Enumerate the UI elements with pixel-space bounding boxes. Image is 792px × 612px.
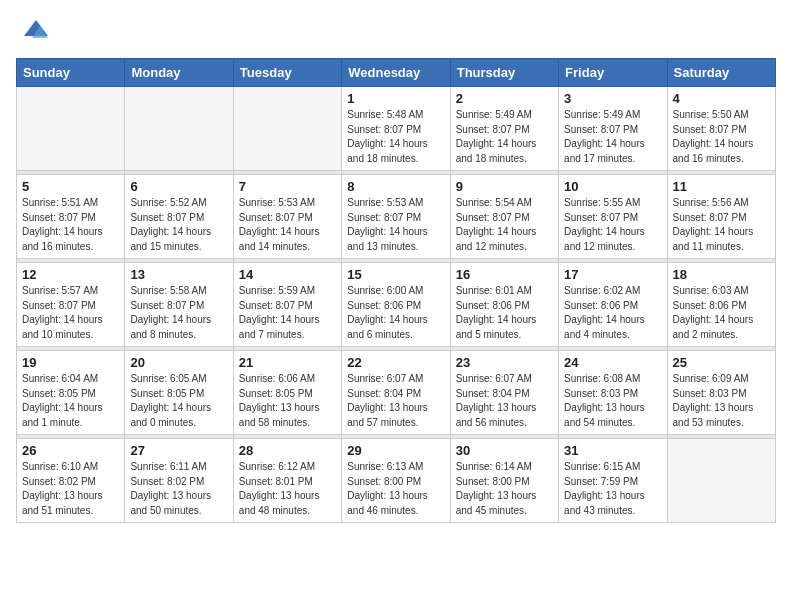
day-number: 11 bbox=[673, 179, 770, 194]
day-number: 21 bbox=[239, 355, 336, 370]
day-info: Sunrise: 6:05 AM Sunset: 8:05 PM Dayligh… bbox=[130, 372, 227, 430]
day-info: Sunrise: 5:57 AM Sunset: 8:07 PM Dayligh… bbox=[22, 284, 119, 342]
day-info: Sunrise: 5:51 AM Sunset: 8:07 PM Dayligh… bbox=[22, 196, 119, 254]
calendar-cell: 11Sunrise: 5:56 AM Sunset: 8:07 PM Dayli… bbox=[667, 175, 775, 259]
calendar-cell: 29Sunrise: 6:13 AM Sunset: 8:00 PM Dayli… bbox=[342, 439, 450, 523]
day-number: 12 bbox=[22, 267, 119, 282]
calendar-cell: 21Sunrise: 6:06 AM Sunset: 8:05 PM Dayli… bbox=[233, 351, 341, 435]
calendar-cell: 9Sunrise: 5:54 AM Sunset: 8:07 PM Daylig… bbox=[450, 175, 558, 259]
calendar-cell: 25Sunrise: 6:09 AM Sunset: 8:03 PM Dayli… bbox=[667, 351, 775, 435]
page: SundayMondayTuesdayWednesdayThursdayFrid… bbox=[0, 0, 792, 535]
day-of-week-header: Monday bbox=[125, 59, 233, 87]
calendar-cell: 15Sunrise: 6:00 AM Sunset: 8:06 PM Dayli… bbox=[342, 263, 450, 347]
day-number: 27 bbox=[130, 443, 227, 458]
calendar-cell: 16Sunrise: 6:01 AM Sunset: 8:06 PM Dayli… bbox=[450, 263, 558, 347]
day-info: Sunrise: 6:12 AM Sunset: 8:01 PM Dayligh… bbox=[239, 460, 336, 518]
calendar-cell: 20Sunrise: 6:05 AM Sunset: 8:05 PM Dayli… bbox=[125, 351, 233, 435]
calendar-cell: 17Sunrise: 6:02 AM Sunset: 8:06 PM Dayli… bbox=[559, 263, 667, 347]
calendar-week-row: 1Sunrise: 5:48 AM Sunset: 8:07 PM Daylig… bbox=[17, 87, 776, 171]
logo bbox=[16, 16, 52, 48]
calendar-cell: 2Sunrise: 5:49 AM Sunset: 8:07 PM Daylig… bbox=[450, 87, 558, 171]
day-number: 17 bbox=[564, 267, 661, 282]
day-info: Sunrise: 6:08 AM Sunset: 8:03 PM Dayligh… bbox=[564, 372, 661, 430]
day-number: 9 bbox=[456, 179, 553, 194]
calendar-cell: 5Sunrise: 5:51 AM Sunset: 8:07 PM Daylig… bbox=[17, 175, 125, 259]
calendar-cell bbox=[233, 87, 341, 171]
day-info: Sunrise: 6:00 AM Sunset: 8:06 PM Dayligh… bbox=[347, 284, 444, 342]
day-info: Sunrise: 5:54 AM Sunset: 8:07 PM Dayligh… bbox=[456, 196, 553, 254]
day-info: Sunrise: 6:15 AM Sunset: 7:59 PM Dayligh… bbox=[564, 460, 661, 518]
day-info: Sunrise: 5:49 AM Sunset: 8:07 PM Dayligh… bbox=[456, 108, 553, 166]
day-number: 25 bbox=[673, 355, 770, 370]
calendar-cell: 6Sunrise: 5:52 AM Sunset: 8:07 PM Daylig… bbox=[125, 175, 233, 259]
day-number: 2 bbox=[456, 91, 553, 106]
day-of-week-header: Thursday bbox=[450, 59, 558, 87]
calendar-cell: 26Sunrise: 6:10 AM Sunset: 8:02 PM Dayli… bbox=[17, 439, 125, 523]
day-info: Sunrise: 6:14 AM Sunset: 8:00 PM Dayligh… bbox=[456, 460, 553, 518]
day-number: 31 bbox=[564, 443, 661, 458]
day-info: Sunrise: 6:04 AM Sunset: 8:05 PM Dayligh… bbox=[22, 372, 119, 430]
day-number: 19 bbox=[22, 355, 119, 370]
day-number: 20 bbox=[130, 355, 227, 370]
day-number: 10 bbox=[564, 179, 661, 194]
day-info: Sunrise: 6:09 AM Sunset: 8:03 PM Dayligh… bbox=[673, 372, 770, 430]
day-of-week-header: Friday bbox=[559, 59, 667, 87]
day-number: 30 bbox=[456, 443, 553, 458]
day-number: 29 bbox=[347, 443, 444, 458]
day-number: 24 bbox=[564, 355, 661, 370]
day-number: 6 bbox=[130, 179, 227, 194]
calendar-cell: 1Sunrise: 5:48 AM Sunset: 8:07 PM Daylig… bbox=[342, 87, 450, 171]
day-info: Sunrise: 5:49 AM Sunset: 8:07 PM Dayligh… bbox=[564, 108, 661, 166]
calendar-cell bbox=[17, 87, 125, 171]
calendar-cell: 19Sunrise: 6:04 AM Sunset: 8:05 PM Dayli… bbox=[17, 351, 125, 435]
day-number: 13 bbox=[130, 267, 227, 282]
calendar-week-row: 12Sunrise: 5:57 AM Sunset: 8:07 PM Dayli… bbox=[17, 263, 776, 347]
calendar-cell: 18Sunrise: 6:03 AM Sunset: 8:06 PM Dayli… bbox=[667, 263, 775, 347]
day-of-week-header: Saturday bbox=[667, 59, 775, 87]
calendar-cell: 12Sunrise: 5:57 AM Sunset: 8:07 PM Dayli… bbox=[17, 263, 125, 347]
day-number: 5 bbox=[22, 179, 119, 194]
day-number: 4 bbox=[673, 91, 770, 106]
calendar-cell: 10Sunrise: 5:55 AM Sunset: 8:07 PM Dayli… bbox=[559, 175, 667, 259]
day-number: 1 bbox=[347, 91, 444, 106]
day-info: Sunrise: 5:52 AM Sunset: 8:07 PM Dayligh… bbox=[130, 196, 227, 254]
day-info: Sunrise: 5:53 AM Sunset: 8:07 PM Dayligh… bbox=[239, 196, 336, 254]
day-number: 22 bbox=[347, 355, 444, 370]
day-info: Sunrise: 5:53 AM Sunset: 8:07 PM Dayligh… bbox=[347, 196, 444, 254]
calendar-table: SundayMondayTuesdayWednesdayThursdayFrid… bbox=[16, 58, 776, 523]
day-info: Sunrise: 6:11 AM Sunset: 8:02 PM Dayligh… bbox=[130, 460, 227, 518]
calendar-cell: 14Sunrise: 5:59 AM Sunset: 8:07 PM Dayli… bbox=[233, 263, 341, 347]
calendar-week-row: 5Sunrise: 5:51 AM Sunset: 8:07 PM Daylig… bbox=[17, 175, 776, 259]
day-number: 26 bbox=[22, 443, 119, 458]
day-info: Sunrise: 6:13 AM Sunset: 8:00 PM Dayligh… bbox=[347, 460, 444, 518]
day-info: Sunrise: 6:06 AM Sunset: 8:05 PM Dayligh… bbox=[239, 372, 336, 430]
calendar-cell: 7Sunrise: 5:53 AM Sunset: 8:07 PM Daylig… bbox=[233, 175, 341, 259]
day-number: 8 bbox=[347, 179, 444, 194]
day-number: 23 bbox=[456, 355, 553, 370]
calendar-cell bbox=[125, 87, 233, 171]
calendar-cell: 3Sunrise: 5:49 AM Sunset: 8:07 PM Daylig… bbox=[559, 87, 667, 171]
day-number: 16 bbox=[456, 267, 553, 282]
logo-icon bbox=[20, 16, 52, 48]
calendar-cell bbox=[667, 439, 775, 523]
day-info: Sunrise: 5:59 AM Sunset: 8:07 PM Dayligh… bbox=[239, 284, 336, 342]
calendar-week-row: 19Sunrise: 6:04 AM Sunset: 8:05 PM Dayli… bbox=[17, 351, 776, 435]
day-info: Sunrise: 5:48 AM Sunset: 8:07 PM Dayligh… bbox=[347, 108, 444, 166]
day-info: Sunrise: 5:58 AM Sunset: 8:07 PM Dayligh… bbox=[130, 284, 227, 342]
day-info: Sunrise: 5:55 AM Sunset: 8:07 PM Dayligh… bbox=[564, 196, 661, 254]
day-info: Sunrise: 5:50 AM Sunset: 8:07 PM Dayligh… bbox=[673, 108, 770, 166]
calendar-cell: 4Sunrise: 5:50 AM Sunset: 8:07 PM Daylig… bbox=[667, 87, 775, 171]
day-info: Sunrise: 5:56 AM Sunset: 8:07 PM Dayligh… bbox=[673, 196, 770, 254]
day-info: Sunrise: 6:07 AM Sunset: 8:04 PM Dayligh… bbox=[347, 372, 444, 430]
calendar-cell: 28Sunrise: 6:12 AM Sunset: 8:01 PM Dayli… bbox=[233, 439, 341, 523]
day-number: 7 bbox=[239, 179, 336, 194]
day-info: Sunrise: 6:07 AM Sunset: 8:04 PM Dayligh… bbox=[456, 372, 553, 430]
calendar-cell: 13Sunrise: 5:58 AM Sunset: 8:07 PM Dayli… bbox=[125, 263, 233, 347]
day-number: 28 bbox=[239, 443, 336, 458]
calendar-cell: 31Sunrise: 6:15 AM Sunset: 7:59 PM Dayli… bbox=[559, 439, 667, 523]
day-of-week-header: Sunday bbox=[17, 59, 125, 87]
calendar-cell: 23Sunrise: 6:07 AM Sunset: 8:04 PM Dayli… bbox=[450, 351, 558, 435]
calendar-cell: 22Sunrise: 6:07 AM Sunset: 8:04 PM Dayli… bbox=[342, 351, 450, 435]
calendar-cell: 24Sunrise: 6:08 AM Sunset: 8:03 PM Dayli… bbox=[559, 351, 667, 435]
day-info: Sunrise: 6:10 AM Sunset: 8:02 PM Dayligh… bbox=[22, 460, 119, 518]
